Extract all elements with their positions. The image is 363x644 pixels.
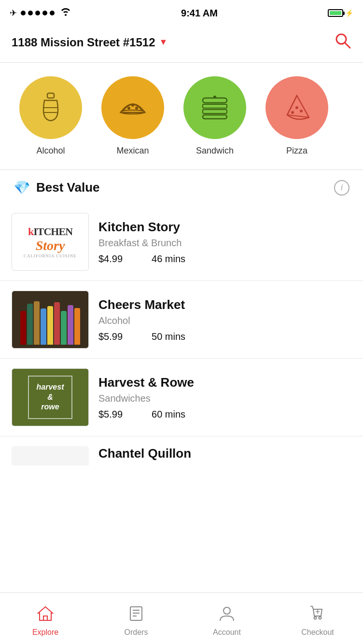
- checkout-label: Checkout: [301, 628, 334, 637]
- nav-account[interactable]: Account: [182, 601, 272, 637]
- signal-dots: [21, 11, 55, 15]
- cheers-market-category: Alcohol: [98, 315, 351, 326]
- status-bar: ✈ 9:41 AM ⚡: [0, 0, 363, 24]
- orders-label: Orders: [125, 628, 148, 637]
- best-value-header: 💎 Best Value i: [0, 169, 363, 203]
- restaurant-item-kitchen-story[interactable]: kITCHEN Story CALIFORNIA CUISINE Kitchen…: [0, 203, 363, 281]
- svg-point-13: [213, 96, 216, 98]
- header: 1188 Mission Street #1512 ▼: [0, 24, 363, 63]
- category-alcohol[interactable]: Alcohol: [10, 76, 92, 156]
- taco-icon: [116, 91, 150, 125]
- svg-rect-11: [203, 110, 227, 113]
- kitchen-story-name: Kitchen Story: [98, 220, 351, 235]
- info-button[interactable]: i: [334, 180, 349, 196]
- restaurant-item-harvest-rowe[interactable]: harvest&rowe Harvest & Rowe Sandwiches $…: [0, 359, 363, 436]
- restaurant-list: kITCHEN Story CALIFORNIA CUISINE Kitchen…: [0, 203, 363, 465]
- search-button[interactable]: [334, 32, 351, 53]
- wifi-icon: [60, 8, 71, 18]
- orders-icon: [129, 605, 143, 625]
- svg-point-7: [131, 104, 134, 107]
- nav-checkout[interactable]: Checkout: [272, 601, 363, 637]
- svg-rect-2: [47, 93, 54, 98]
- svg-point-22: [223, 607, 230, 614]
- bottle-icon: [34, 91, 68, 125]
- category-sandwich[interactable]: Sandwich: [174, 76, 256, 156]
- harvest-rowe-thumb: harvest&rowe: [12, 368, 89, 426]
- kitchen-story-price: $4.99: [98, 253, 123, 265]
- restaurant-item-cheers-market[interactable]: Cheers Market Alcohol $5.99 50 mins: [0, 281, 363, 359]
- restaurant-item-partial[interactable]: Chantel Quillon: [0, 436, 363, 465]
- diamond-icon: 💎: [14, 180, 30, 196]
- explore-icon: [37, 605, 54, 625]
- pizza-circle: [265, 76, 328, 139]
- bottom-nav: Explore Orders Account: [0, 592, 363, 644]
- svg-point-16: [300, 110, 303, 112]
- cheers-market-meta: $5.99 50 mins: [98, 331, 351, 342]
- section-title-group: 💎 Best Value: [14, 180, 100, 196]
- harvest-rowe-name: Harvest & Rowe: [98, 375, 351, 390]
- pizza-label: Pizza: [286, 146, 307, 156]
- alcohol-circle: [19, 76, 82, 139]
- harvest-rowe-price: $5.99: [98, 409, 123, 420]
- svg-point-14: [295, 106, 298, 109]
- svg-rect-17: [43, 616, 47, 620]
- svg-point-15: [291, 111, 294, 114]
- section-title: Best Value: [36, 180, 100, 195]
- svg-point-24: [319, 616, 321, 619]
- cheers-market-info: Cheers Market Alcohol $5.99 50 mins: [98, 297, 351, 342]
- status-time: 9:41 AM: [181, 8, 218, 19]
- status-left: ✈: [10, 8, 71, 18]
- checkout-icon: [310, 605, 325, 625]
- sandwich-circle: [183, 76, 246, 139]
- category-mexican[interactable]: Mexican: [92, 76, 174, 156]
- cheers-market-price: $5.99: [98, 331, 123, 342]
- svg-point-23: [314, 616, 317, 619]
- svg-rect-12: [203, 115, 227, 119]
- nav-orders[interactable]: Orders: [91, 601, 182, 637]
- explore-label: Explore: [32, 628, 58, 637]
- alcohol-label: Alcohol: [36, 146, 65, 156]
- dropdown-arrow-icon: ▼: [159, 37, 168, 47]
- kitchen-story-thumb: kITCHEN Story CALIFORNIA CUISINE: [12, 213, 89, 271]
- harvest-rowe-category: Sandwiches: [98, 393, 351, 404]
- nav-explore[interactable]: Explore: [0, 601, 91, 637]
- sandwich-label: Sandwich: [196, 146, 234, 156]
- kitchen-story-time: 46 mins: [152, 253, 185, 265]
- harvest-logo: harvest&rowe: [12, 369, 88, 426]
- sandwich-icon: [198, 91, 232, 125]
- partial-thumb: [12, 446, 89, 465]
- cheers-market-name: Cheers Market: [98, 297, 351, 312]
- account-label: Account: [213, 628, 241, 637]
- address-container[interactable]: 1188 Mission Street #1512 ▼: [12, 36, 168, 49]
- account-icon: [219, 605, 235, 625]
- svg-rect-9: [203, 98, 227, 103]
- svg-rect-10: [203, 104, 227, 108]
- bolt-icon: ⚡: [345, 9, 353, 17]
- harvest-rowe-time: 60 mins: [152, 409, 185, 420]
- kitchen-story-info: Kitchen Story Breakfast & Brunch $4.99 4…: [98, 220, 351, 265]
- address-text: 1188 Mission Street #1512: [12, 36, 155, 49]
- svg-point-8: [135, 107, 138, 110]
- mexican-label: Mexican: [116, 146, 149, 156]
- airplane-icon: ✈: [10, 8, 17, 18]
- kitchen-story-meta: $4.99 46 mins: [98, 253, 351, 265]
- category-pizza[interactable]: Pizza: [256, 76, 338, 156]
- partial-name: Chantel Quillon: [98, 446, 191, 461]
- kitchen-story-category: Breakfast & Brunch: [98, 238, 351, 249]
- bottles-visual: [16, 291, 84, 349]
- svg-line-1: [345, 43, 350, 48]
- status-right: ⚡: [328, 9, 353, 17]
- svg-point-6: [127, 107, 130, 110]
- mexican-circle: [101, 76, 164, 139]
- harvest-rowe-info: Harvest & Rowe Sandwiches $5.99 60 mins: [98, 375, 351, 420]
- harvest-rowe-meta: $5.99 60 mins: [98, 409, 351, 420]
- battery: ⚡: [328, 9, 353, 17]
- cheers-market-thumb: [12, 291, 89, 349]
- cheers-market-time: 50 mins: [152, 331, 185, 342]
- pizza-icon: [280, 91, 314, 125]
- categories-section: Alcohol Mexican Sandwich: [0, 63, 363, 169]
